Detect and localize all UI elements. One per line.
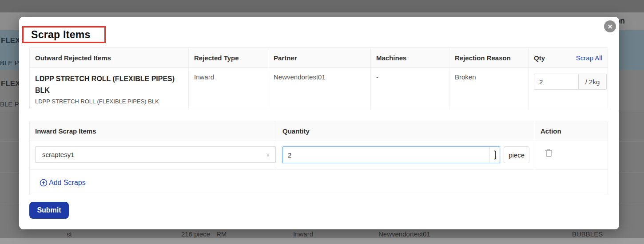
header-partner: Partner — [268, 48, 370, 67]
background-cell-text: BUBBLES — [572, 230, 603, 238]
header-qty: Qty Scrap All — [528, 48, 608, 67]
outward-rejected-table: Outward Rejected Items Rejected Type Par… — [29, 47, 608, 109]
inward-scrap-table: Inward Scrap Items Quantity Action scrap… — [29, 121, 608, 195]
close-button[interactable]: ✕ — [604, 20, 616, 32]
background-topbar — [0, 0, 644, 12]
cell-action — [535, 141, 608, 169]
cell-rejected-type: Inward — [188, 68, 268, 110]
scrap-table-header-row: Inward Scrap Items Quantity Action — [30, 121, 608, 141]
spinner-down-icon[interactable]: ∨ — [490, 155, 500, 163]
background-cell-text: 216 piece — [181, 230, 210, 238]
add-scraps-row: Add Scraps — [30, 170, 608, 189]
spinner-up-icon[interactable]: ∧ — [490, 147, 500, 155]
cell-partner: Newvendortest01 — [268, 68, 370, 110]
close-icon: ✕ — [608, 24, 613, 30]
header-inward-scrap-items: Inward Scrap Items — [30, 121, 277, 141]
scrap-item-selected-value: scraptesy1 — [42, 151, 266, 158]
item-name: LDPP STRETCH ROLL (FLEXIBLE PIPES) BLK — [35, 73, 183, 97]
cell-scrap-quantity: ∧ ∨ piece — [277, 141, 535, 169]
outward-table-header-row: Outward Rejected Items Rejected Type Par… — [30, 48, 608, 68]
background-cell-text: RM — [216, 230, 227, 238]
scrap-items-modal: Scrap Items ✕ Outward Rejected Items Rej… — [19, 17, 619, 229]
outward-table-row: LDPP STRETCH ROLL (FLEXIBLE PIPES) BLK L… — [30, 68, 608, 109]
item-subtitle: LDPP STRETCH ROLL (FLEXIBLE PIPES) BLK — [35, 98, 183, 105]
unit-label: piece — [504, 146, 529, 163]
add-scraps-label: Add Scraps — [49, 179, 86, 187]
cell-qty: / 2kg — [528, 68, 612, 110]
header-rejected-type: Rejected Type — [188, 48, 268, 67]
header-outward-rejected-items: Outward Rejected Items — [30, 48, 188, 67]
modal-title-highlight-box: Scrap Items — [22, 26, 106, 43]
cell-machines: - — [370, 68, 449, 110]
cell-rejection-reason: Broken — [449, 68, 528, 110]
background-bottom-strip — [0, 238, 644, 244]
scrap-item-select[interactable]: scraptesy1 ∨ — [35, 146, 276, 163]
chevron-down-icon: ∨ — [266, 151, 270, 158]
background-cell-text: Inward — [293, 230, 313, 238]
background-cell-text: Newvendortest01 — [378, 230, 430, 238]
header-quantity: Quantity — [277, 121, 535, 141]
submit-button[interactable]: Submit — [29, 202, 69, 219]
cell-scrap-item: scraptesy1 ∨ — [30, 141, 277, 169]
header-machines: Machines — [370, 48, 449, 67]
scrap-table-row: scraptesy1 ∨ ∧ ∨ piece — [30, 141, 608, 170]
text-cursor — [495, 151, 496, 159]
qty-input[interactable] — [534, 74, 578, 90]
delete-trash-icon[interactable] — [545, 149, 553, 157]
header-action: Action — [535, 121, 608, 141]
modal-title: Scrap Items — [31, 29, 91, 41]
qty-max-suffix: / 2kg — [578, 74, 607, 90]
add-scraps-button[interactable]: Add Scraps — [40, 179, 86, 187]
header-rejection-reason: Rejection Reason — [449, 48, 528, 67]
qty-header-label: Qty — [534, 54, 545, 62]
cell-item: LDPP STRETCH ROLL (FLEXIBLE PIPES) BLK L… — [30, 68, 188, 110]
number-spinner: ∧ ∨ — [489, 147, 500, 163]
scrap-all-link[interactable]: Scrap All — [576, 54, 602, 62]
qty-input-group: / 2kg — [534, 74, 607, 90]
quantity-input-wrapper: ∧ ∨ — [282, 146, 500, 163]
circle-plus-icon — [40, 179, 48, 187]
background-cell-text: st — [67, 230, 72, 238]
